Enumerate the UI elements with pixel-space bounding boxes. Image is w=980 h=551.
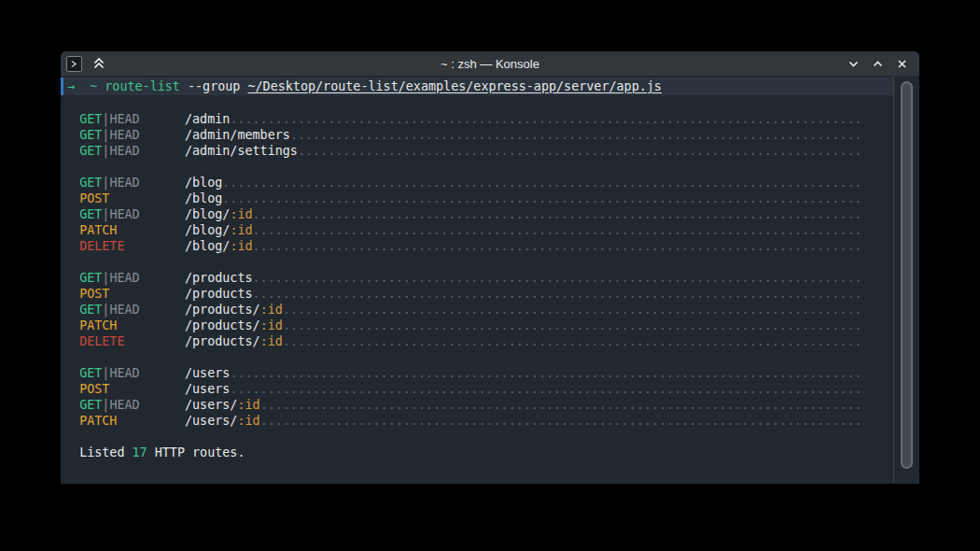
terminal-output: → ~ route-list --group ~/Desktop/route-l…: [61, 76, 893, 484]
route-path: /products: [185, 271, 253, 285]
route-leader: ........................................…: [222, 176, 861, 190]
route-leader: ........................................…: [298, 144, 862, 158]
summary-suffix: HTTP routes.: [155, 445, 245, 459]
route-method: HEAD: [109, 366, 139, 380]
prompt-line: → ~ route-list --group ~/Desktop/route-l…: [61, 78, 893, 95]
terminal-prompt-icon: [69, 59, 79, 69]
route-leader: ........................................…: [283, 334, 862, 348]
route-path: /blog: [185, 176, 222, 190]
route-method: POST: [79, 287, 109, 301]
minimize-button[interactable]: [846, 56, 861, 72]
route-line: GET|HEAD /users.........................…: [61, 365, 893, 381]
route-param: :id: [230, 223, 252, 237]
route-param: :id: [260, 303, 283, 317]
chevron-up-icon: [871, 57, 885, 71]
route-line: GET|HEAD /blog..........................…: [61, 175, 893, 191]
route-method: PATCH: [79, 414, 117, 428]
route-line: POST /users.............................…: [61, 381, 893, 397]
route-line: POST /products..........................…: [61, 286, 893, 302]
prompt-command: route-list: [105, 79, 180, 93]
maximize-button[interactable]: [870, 56, 886, 72]
route-leader: ........................................…: [290, 128, 862, 142]
route-method: PATCH: [79, 318, 117, 332]
route-line: DELETE /products/:id....................…: [61, 333, 893, 349]
route-method: POST: [79, 191, 109, 205]
route-path: /products/: [185, 318, 260, 332]
route-leader: ........................................…: [253, 271, 862, 285]
route-path: /users/: [185, 398, 237, 412]
chevron-down-icon: [847, 57, 861, 71]
route-leader: ........................................…: [283, 303, 862, 317]
close-icon: [895, 57, 909, 71]
route-param: :id: [237, 414, 259, 428]
route-path: /products: [185, 287, 253, 301]
route-line: GET|HEAD /admin/settings................…: [61, 143, 893, 159]
route-method: DELETE: [79, 334, 124, 348]
route-line: PATCH /blog/:id.........................…: [61, 222, 893, 238]
blank-line: [61, 254, 893, 270]
summary-prefix: Listed: [79, 445, 124, 459]
route-method: GET: [79, 271, 102, 285]
route-method: GET: [79, 303, 102, 317]
route-param: :id: [230, 207, 252, 221]
route-method: HEAD: [109, 128, 139, 142]
blank-line: [61, 349, 893, 365]
prompt-file-link[interactable]: ~/Desktop/route-list/examples/express-ap…: [248, 79, 662, 93]
route-line: GET|HEAD /admin/members.................…: [61, 127, 893, 143]
route-method: HEAD: [109, 112, 139, 126]
route-path: /blog/: [185, 207, 230, 221]
blank-line: [61, 95, 893, 111]
route-method: HEAD: [109, 398, 139, 412]
route-method: HEAD: [109, 144, 139, 158]
route-line: PATCH /users/:id........................…: [61, 413, 893, 429]
konsole-app-icon[interactable]: [66, 56, 82, 72]
route-leader: ........................................…: [230, 382, 861, 396]
scrollbar-track[interactable]: [893, 76, 919, 484]
close-button[interactable]: [894, 56, 910, 72]
double-chevron-up-icon[interactable]: [91, 55, 107, 72]
route-param: :id: [230, 239, 252, 253]
route-line: GET|HEAD /admin.........................…: [61, 111, 893, 127]
window-title: ~ : zsh — Konsole: [61, 57, 919, 71]
route-method: GET: [79, 207, 102, 221]
summary-line: Listed 17 HTTP routes.: [61, 445, 893, 460]
route-leader: ........................................…: [283, 318, 862, 332]
blank-line: [61, 159, 893, 175]
route-method: GET: [79, 398, 102, 412]
route-method: HEAD: [109, 176, 139, 190]
blank-line: [61, 429, 893, 445]
route-method: GET: [79, 144, 102, 158]
route-path: /admin: [185, 112, 230, 126]
route-method: PATCH: [79, 223, 117, 237]
route-line: DELETE /blog/:id........................…: [61, 238, 893, 254]
route-path: /users: [185, 382, 230, 396]
route-leader: ........................................…: [230, 112, 861, 126]
route-method: GET: [79, 128, 102, 142]
route-path: /users/: [185, 414, 237, 428]
route-path: /blog: [185, 191, 222, 205]
route-line: POST /blog..............................…: [61, 191, 893, 206]
route-leader: ........................................…: [260, 398, 862, 412]
route-leader: ........................................…: [253, 223, 862, 237]
route-line: PATCH /products/:id.....................…: [61, 318, 893, 333]
route-line: GET|HEAD /products/:id..................…: [61, 302, 893, 318]
route-param: :id: [237, 398, 259, 412]
route-path: /blog/: [185, 223, 230, 237]
route-path: /users: [185, 366, 230, 380]
prompt-arrow: →: [67, 79, 75, 93]
route-leader: ........................................…: [230, 366, 861, 380]
route-path: /products/: [185, 334, 260, 348]
konsole-window: ~ : zsh — Konsole → ~ route-lis: [61, 51, 919, 484]
route-method: GET: [79, 176, 102, 190]
route-leader: ........................................…: [253, 287, 862, 301]
scrollbar-handle[interactable]: [901, 81, 913, 469]
route-path: /products/: [185, 303, 260, 317]
titlebar[interactable]: ~ : zsh — Konsole: [61, 51, 919, 76]
route-method: GET: [79, 112, 102, 126]
terminal-screen[interactable]: → ~ route-list --group ~/Desktop/route-l…: [61, 76, 919, 484]
route-line: GET|HEAD /products......................…: [61, 270, 893, 286]
route-method: HEAD: [109, 303, 139, 317]
route-line: GET|HEAD /blog/:id......................…: [61, 206, 893, 222]
route-groups: GET|HEAD /admin.........................…: [61, 95, 893, 429]
summary-count: 17: [133, 445, 147, 459]
